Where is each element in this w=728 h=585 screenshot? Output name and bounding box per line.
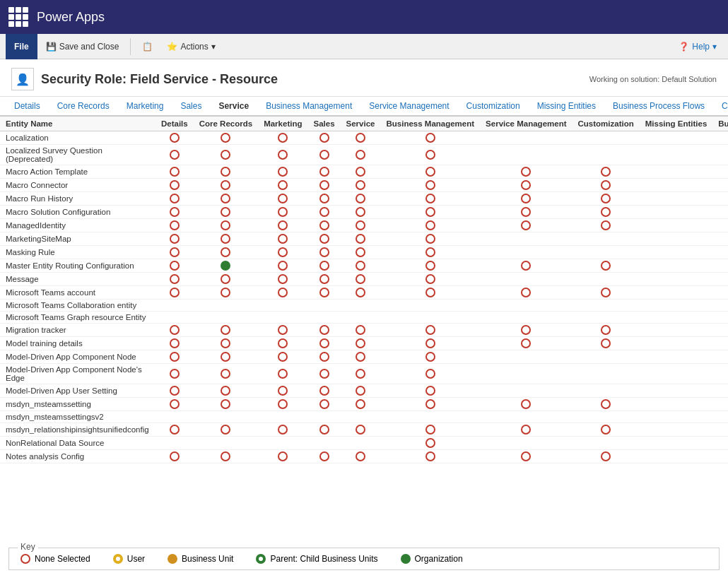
permission-cell[interactable] (341, 411, 381, 423)
permission-cell[interactable] (380, 192, 480, 206)
permission-cell[interactable] (307, 450, 340, 463)
permission-cell[interactable] (341, 165, 381, 179)
permission-cell[interactable] (341, 384, 381, 398)
permission-cell[interactable] (155, 411, 194, 423)
permission-cell[interactable] (640, 145, 713, 165)
permission-cell[interactable] (155, 337, 194, 350)
permission-cell[interactable] (480, 337, 572, 350)
permission-cell[interactable] (380, 286, 480, 300)
permission-cell[interactable] (573, 411, 640, 423)
permission-cell[interactable] (194, 165, 258, 179)
file-button[interactable]: File (6, 34, 37, 59)
permission-cell[interactable] (640, 206, 713, 219)
table-container[interactable]: Entity Name Details Core Records Marketi… (0, 117, 728, 542)
permission-cell[interactable] (194, 179, 258, 192)
permission-cell[interactable] (155, 286, 194, 300)
permission-cell[interactable] (712, 312, 728, 324)
permission-cell[interactable] (258, 131, 307, 145)
permission-cell[interactable] (640, 131, 713, 145)
permission-cell[interactable] (380, 437, 480, 450)
permission-cell[interactable] (380, 145, 480, 165)
permission-cell[interactable] (155, 246, 194, 259)
permission-cell[interactable] (194, 273, 258, 286)
permission-cell[interactable] (480, 232, 572, 246)
permission-cell[interactable] (573, 324, 640, 337)
permission-cell[interactable] (480, 350, 572, 364)
tab-customization[interactable]: Customization (458, 97, 529, 117)
permission-cell[interactable] (380, 337, 480, 350)
permission-cell[interactable] (712, 179, 728, 192)
permission-cell[interactable] (194, 423, 258, 437)
permission-cell[interactable] (307, 131, 340, 145)
actions-button[interactable]: ⭐ Actions ▾ (161, 39, 221, 54)
permission-cell[interactable] (380, 219, 480, 232)
permission-cell[interactable] (712, 145, 728, 165)
permission-cell[interactable] (712, 350, 728, 364)
permission-cell[interactable] (573, 450, 640, 463)
permission-cell[interactable] (640, 273, 713, 286)
permission-cell[interactable] (341, 398, 381, 411)
permission-cell[interactable] (155, 350, 194, 364)
permission-cell[interactable] (194, 384, 258, 398)
permission-cell[interactable] (155, 273, 194, 286)
permission-cell[interactable] (258, 259, 307, 273)
permission-cell[interactable] (380, 411, 480, 423)
permission-cell[interactable] (712, 206, 728, 219)
permission-cell[interactable] (573, 179, 640, 192)
permission-cell[interactable] (573, 300, 640, 312)
permission-cell[interactable] (480, 192, 572, 206)
tab-business-process-flows[interactable]: Business Process Flows (604, 97, 713, 117)
permission-cell[interactable] (380, 324, 480, 337)
permission-cell[interactable] (341, 300, 381, 312)
permission-cell[interactable] (307, 350, 340, 364)
permission-cell[interactable] (380, 206, 480, 219)
permission-cell[interactable] (380, 350, 480, 364)
permission-cell[interactable] (380, 131, 480, 145)
permission-cell[interactable] (640, 350, 713, 364)
permission-cell[interactable] (380, 273, 480, 286)
permission-cell[interactable] (194, 437, 258, 450)
permission-cell[interactable] (258, 206, 307, 219)
permission-cell[interactable] (155, 206, 194, 219)
permission-cell[interactable] (380, 165, 480, 179)
permission-cell[interactable] (380, 259, 480, 273)
permission-cell[interactable] (258, 145, 307, 165)
permission-cell[interactable] (341, 259, 381, 273)
permission-cell[interactable] (712, 131, 728, 145)
permission-cell[interactable] (307, 324, 340, 337)
permission-cell[interactable] (307, 300, 340, 312)
permission-cell[interactable] (380, 246, 480, 259)
permission-cell[interactable] (480, 324, 572, 337)
permission-cell[interactable] (573, 232, 640, 246)
permission-cell[interactable] (640, 411, 713, 423)
permission-cell[interactable] (307, 246, 340, 259)
permission-cell[interactable] (155, 165, 194, 179)
permission-cell[interactable] (258, 337, 307, 350)
permission-cell[interactable] (258, 232, 307, 246)
permission-cell[interactable] (640, 398, 713, 411)
permission-cell[interactable] (341, 179, 381, 192)
permission-cell[interactable] (640, 259, 713, 273)
permission-cell[interactable] (380, 300, 480, 312)
permission-cell[interactable] (712, 232, 728, 246)
permission-cell[interactable] (307, 411, 340, 423)
permission-cell[interactable] (380, 179, 480, 192)
permission-cell[interactable] (480, 423, 572, 437)
permission-cell[interactable] (307, 337, 340, 350)
permission-cell[interactable] (712, 450, 728, 463)
permission-cell[interactable] (194, 206, 258, 219)
permission-cell[interactable] (194, 192, 258, 206)
permission-cell[interactable] (712, 165, 728, 179)
permission-cell[interactable] (480, 145, 572, 165)
permission-cell[interactable] (573, 192, 640, 206)
permission-cell[interactable] (341, 337, 381, 350)
tab-business-management[interactable]: Business Management (257, 97, 360, 117)
permission-cell[interactable] (573, 437, 640, 450)
permission-cell[interactable] (307, 192, 340, 206)
permission-cell[interactable] (640, 384, 713, 398)
permission-cell[interactable] (307, 273, 340, 286)
permission-cell[interactable] (155, 300, 194, 312)
tab-missing-entities[interactable]: Missing Entities (529, 97, 604, 117)
permission-cell[interactable] (307, 398, 340, 411)
permission-cell[interactable] (307, 286, 340, 300)
